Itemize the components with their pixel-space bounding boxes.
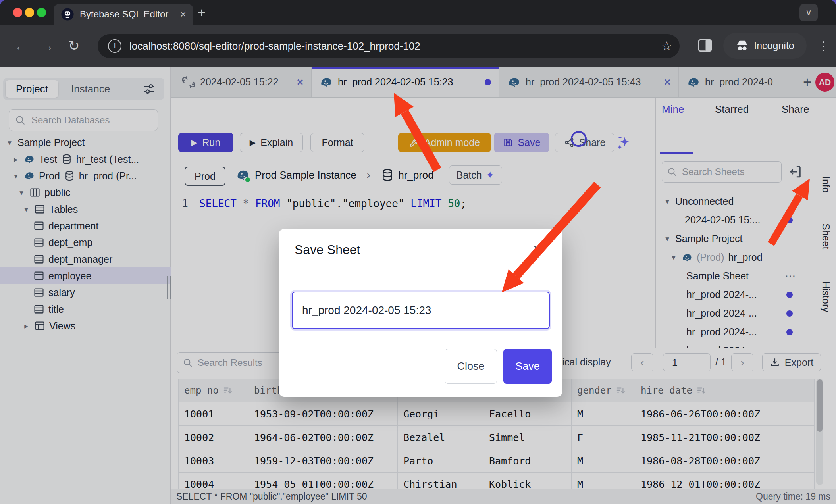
close-tab-icon[interactable]: × bbox=[180, 8, 186, 21]
dialog-close-icon[interactable]: × bbox=[533, 241, 542, 258]
url-text[interactable]: localhost:8080/sql-editor/prod-sample-in… bbox=[129, 40, 661, 52]
dialog-save-button[interactable]: Save bbox=[503, 349, 552, 384]
site-info-icon[interactable]: i bbox=[108, 39, 121, 53]
text-cursor bbox=[451, 304, 451, 318]
incognito-badge: Incognito bbox=[723, 33, 807, 59]
browser-tab-title: Bytebase SQL Editor bbox=[80, 9, 175, 20]
close-window-button[interactable] bbox=[13, 8, 22, 17]
back-icon[interactable]: ← bbox=[14, 25, 28, 67]
dialog-close-button[interactable]: Close bbox=[445, 349, 497, 384]
forward-icon[interactable]: → bbox=[40, 25, 54, 67]
browser-menu-kebab-icon[interactable]: ⋮ bbox=[818, 25, 830, 67]
browser-window: Bytebase SQL Editor × + ∨ ← → ↻ i localh… bbox=[0, 0, 836, 504]
incognito-label: Incognito bbox=[754, 40, 794, 52]
bookmark-star-icon[interactable]: ☆ bbox=[661, 38, 672, 54]
bytebase-favicon bbox=[61, 8, 74, 21]
address-bar[interactable]: i localhost:8080/sql-editor/prod-sample-… bbox=[98, 34, 680, 58]
tab-search-icon[interactable]: ∨ bbox=[799, 4, 818, 21]
side-panel-icon[interactable] bbox=[698, 39, 712, 52]
browser-tabstrip: Bytebase SQL Editor × + ∨ bbox=[0, 0, 836, 25]
maximize-window-button[interactable] bbox=[37, 8, 46, 17]
dialog-divider bbox=[292, 278, 550, 278]
new-tab-icon[interactable]: + bbox=[198, 5, 206, 20]
sheet-name-input[interactable] bbox=[293, 304, 539, 317]
minimize-window-button[interactable] bbox=[25, 8, 34, 17]
reload-icon[interactable]: ↻ bbox=[68, 25, 80, 67]
dialog-title: Save Sheet bbox=[295, 242, 360, 257]
browser-toolbar: ← → ↻ i localhost:8080/sql-editor/prod-s… bbox=[0, 25, 836, 67]
incognito-spy-icon bbox=[736, 40, 749, 52]
save-sheet-dialog: Save Sheet × Close Save bbox=[279, 229, 562, 397]
browser-tab[interactable]: Bytebase SQL Editor × bbox=[54, 4, 193, 25]
sheet-name-field[interactable] bbox=[292, 292, 550, 329]
